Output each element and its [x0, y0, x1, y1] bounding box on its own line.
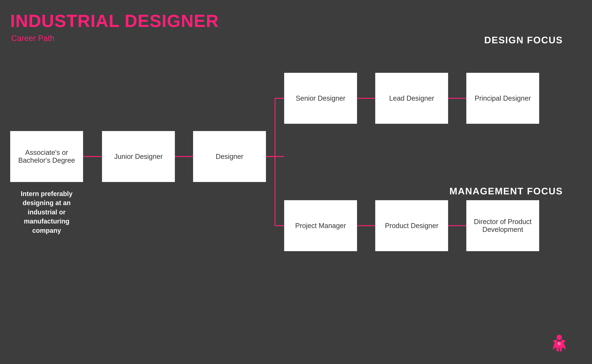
svg-text:G: G: [558, 342, 561, 345]
card-product-designer: Product Designer: [375, 200, 448, 251]
logo-icon: G: [548, 331, 570, 353]
card-degree: Associate's or Bachelor's Degree: [10, 131, 83, 182]
page-title: INDUSTRIAL DESIGNER: [10, 11, 219, 31]
svg-rect-12: [557, 347, 559, 351]
svg-rect-13: [559, 347, 562, 351]
card-project-manager: Project Manager: [284, 200, 357, 251]
page-subtitle: Career Path: [11, 34, 54, 43]
card-lead-designer: Lead Designer: [375, 73, 448, 124]
intern-description: Intern preferably designing at an indust…: [10, 189, 83, 235]
card-director: Director of Product Development: [466, 200, 539, 251]
design-focus-label: DESIGN FOCUS: [484, 35, 563, 46]
management-focus-label: MANAGEMENT FOCUS: [449, 186, 563, 196]
card-junior-designer: Junior Designer: [102, 131, 175, 182]
svg-point-11: [557, 335, 562, 340]
card-designer: Designer: [193, 131, 266, 182]
career-path-diagram: [0, 0, 592, 364]
card-senior-designer: Senior Designer: [284, 73, 357, 124]
card-principal-designer: Principal Designer: [466, 73, 539, 124]
